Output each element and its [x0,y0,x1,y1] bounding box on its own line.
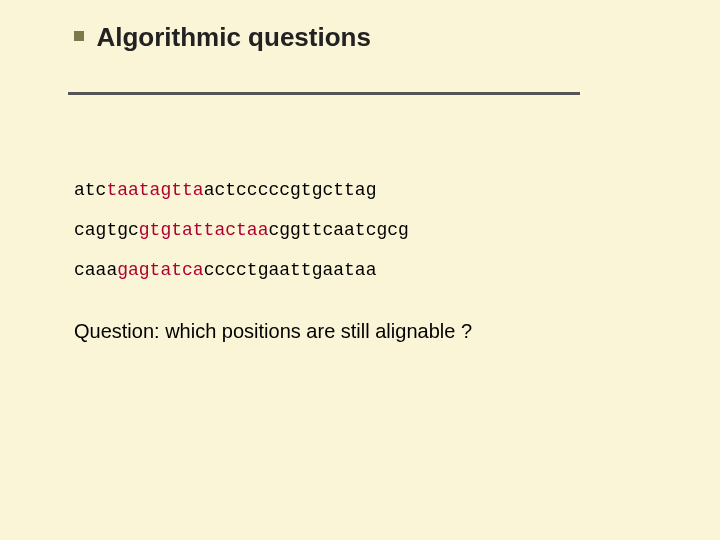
sequence-1: atctaatagttaactcccccgtgcttag [74,180,634,200]
divider [68,92,580,95]
seq3-part2: cccctgaattgaataa [204,260,377,280]
seq1-highlight: taatagtta [106,180,203,200]
seq2-highlight: gtgtattactaa [139,220,269,240]
slide-title: Algorithmic questions [96,22,370,53]
slide: Algorithmic questions atctaatagttaactccc… [0,0,720,540]
title-area: Algorithmic questions [0,0,720,53]
seq2-part2: cggttcaatcgcg [268,220,408,240]
sequence-3: caaagagtatcacccctgaattgaataa [74,260,634,280]
content-area: atctaatagttaactcccccgtgcttag cagtgcgtgta… [74,180,634,343]
seq2-part1: cagtgc [74,220,139,240]
seq3-highlight: gagtatca [117,260,203,280]
seq3-part1: caaa [74,260,117,280]
seq1-part2: actcccccgtgcttag [204,180,377,200]
seq1-part1: atc [74,180,106,200]
question-text: Question: which positions are still alig… [74,320,634,343]
title-bullet-icon [74,31,84,41]
sequence-2: cagtgcgtgtattactaacggttcaatcgcg [74,220,634,240]
